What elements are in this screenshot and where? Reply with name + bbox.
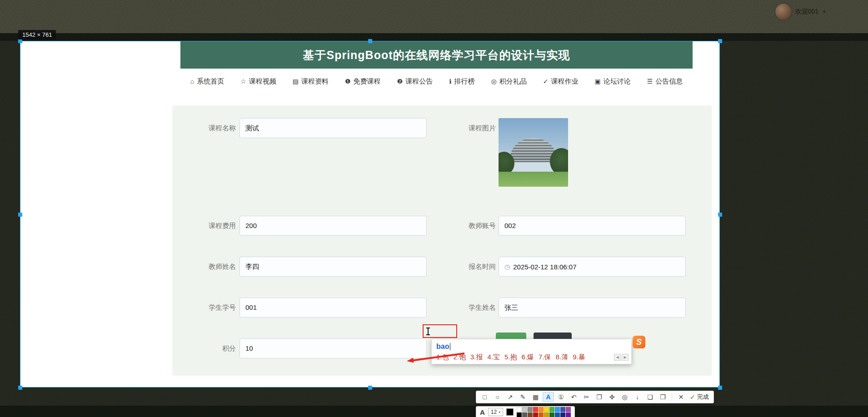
copy-icon[interactable]: ❐ bbox=[594, 392, 605, 402]
chevron-down-icon[interactable]: ▼ bbox=[822, 10, 826, 14]
palette-color[interactable] bbox=[555, 412, 560, 417]
ellipse-tool-icon[interactable]: ○ bbox=[492, 392, 503, 402]
student-name-label: 学生姓名 bbox=[441, 298, 496, 318]
nav-item-icon: ▤ bbox=[293, 78, 299, 85]
avatar bbox=[775, 4, 792, 20]
ime-candidate[interactable]: 6.爆 bbox=[522, 353, 534, 362]
palette-row-2 bbox=[517, 412, 571, 417]
nav-item-label: 免费课程 bbox=[354, 77, 381, 86]
ime-candidate[interactable]: 8.薄 bbox=[556, 353, 569, 362]
palette-color[interactable] bbox=[517, 407, 522, 412]
selection-handle-top-right[interactable] bbox=[718, 39, 722, 43]
user-chip[interactable]: 欢迎001 ▼ bbox=[775, 4, 826, 20]
clock-icon: ◷ bbox=[504, 263, 510, 270]
dim-divider-band bbox=[0, 33, 868, 41]
signup-time-input[interactable]: ◷ 2025-02-12 18:06:07 bbox=[499, 257, 686, 277]
course-image-label: 课程图片 bbox=[441, 118, 496, 138]
palette-color[interactable] bbox=[544, 412, 549, 417]
nav-item-notices[interactable]: ☰ 公告信息 bbox=[647, 77, 683, 86]
selection-handle-top-left[interactable] bbox=[18, 39, 22, 43]
mosaic-tool-icon[interactable]: ▦ bbox=[530, 392, 541, 402]
palette-color[interactable] bbox=[533, 412, 538, 417]
selection-handle-bottom-right[interactable] bbox=[718, 386, 722, 390]
palette-color[interactable] bbox=[522, 412, 527, 417]
ime-candidate[interactable]: 4.宝 bbox=[488, 353, 500, 362]
palette-color[interactable] bbox=[539, 407, 544, 412]
teacher-account-input[interactable]: 002 bbox=[499, 216, 686, 236]
palette-color[interactable] bbox=[555, 407, 560, 412]
nav-item-icon: ⌂ bbox=[190, 78, 194, 85]
close-icon[interactable]: ✕ bbox=[675, 392, 687, 402]
cut-icon[interactable]: ✂ bbox=[581, 392, 592, 402]
nav-item-label: 积分礼品 bbox=[499, 77, 527, 86]
color-palette bbox=[517, 407, 571, 417]
palette-color[interactable] bbox=[549, 412, 554, 417]
student-name-input[interactable]: 张三 bbox=[499, 298, 686, 318]
palette-color[interactable] bbox=[560, 407, 565, 412]
nav-item-course-homework[interactable]: ✓ 课程作业 bbox=[543, 77, 579, 86]
course-fee-input[interactable]: 200 bbox=[239, 216, 427, 236]
nav-item-ranking[interactable]: ℹ 排行榜 bbox=[449, 77, 474, 86]
nav-item-icon: ❶ bbox=[345, 78, 351, 85]
nav-item-label: 论坛讨论 bbox=[604, 77, 631, 86]
text-tool-icon[interactable]: A bbox=[543, 392, 554, 402]
sogou-ime-logo[interactable]: S bbox=[633, 336, 645, 348]
palette-color[interactable] bbox=[566, 412, 571, 417]
nav-item-free-courses[interactable]: ❶ 免费课程 bbox=[345, 77, 381, 86]
palette-color[interactable] bbox=[533, 407, 538, 412]
pin-icon[interactable]: ✜ bbox=[606, 392, 618, 402]
nav-item-points-gifts[interactable]: ◎ 积分礼品 bbox=[491, 77, 526, 86]
check-icon: ✓ bbox=[690, 393, 695, 401]
ime-candidate[interactable]: 5.抱 bbox=[504, 353, 517, 362]
palette-color[interactable] bbox=[539, 412, 544, 417]
nav-item-label: 系统首页 bbox=[197, 77, 224, 86]
palette-color[interactable] bbox=[544, 407, 549, 412]
palette-color[interactable] bbox=[517, 412, 522, 417]
undo-icon[interactable]: ↶ bbox=[568, 392, 579, 402]
record-icon[interactable]: ◎ bbox=[619, 392, 630, 402]
arrow-tool-icon[interactable]: ↗ bbox=[504, 392, 516, 402]
selection-handle-bottom-middle[interactable] bbox=[368, 386, 372, 390]
clipboard-icon[interactable]: ❒ bbox=[657, 392, 668, 402]
nav-item-course-announcements[interactable]: ❷ 课程公告 bbox=[397, 77, 433, 86]
palette-color[interactable] bbox=[549, 407, 554, 412]
font-size-select[interactable]: 12 ▾ bbox=[488, 408, 503, 416]
step-number-tool-icon[interactable]: ① bbox=[555, 392, 567, 402]
ime-candidate[interactable]: 9.暴 bbox=[573, 353, 585, 362]
rectangle-tool-icon[interactable]: □ bbox=[479, 392, 490, 402]
points-label: 积分 bbox=[181, 338, 236, 358]
pen-tool-icon[interactable]: ✎ bbox=[517, 392, 529, 402]
ime-prev-page-button[interactable]: ◀ bbox=[614, 354, 621, 361]
nav-item-icon: ✓ bbox=[543, 78, 549, 85]
welcome-text: 欢迎001 bbox=[795, 8, 818, 16]
palette-color[interactable] bbox=[560, 412, 565, 417]
course-name-input[interactable]: 测试 bbox=[239, 118, 427, 138]
page-title: 基于SpringBoot的在线网络学习平台的设计与实现 bbox=[180, 41, 693, 69]
palette-color[interactable] bbox=[566, 407, 571, 412]
nav-item-forum[interactable]: ▣ 论坛讨论 bbox=[594, 77, 630, 86]
done-button[interactable]: ✓ 完成 bbox=[688, 393, 711, 401]
nav-item-course-materials[interactable]: ▤ 课程资料 bbox=[293, 77, 329, 86]
palette-color[interactable] bbox=[528, 412, 533, 417]
palette-color[interactable] bbox=[528, 407, 533, 412]
teacher-name-input[interactable]: 李四 bbox=[239, 257, 427, 277]
download-icon[interactable]: ↓ bbox=[632, 392, 643, 402]
nav-item-course-videos[interactable]: ☆ 课程视频 bbox=[240, 77, 276, 86]
capture-selection[interactable]: 基于SpringBoot的在线网络学习平台的设计与实现 ⌂ 系统首页 ☆ 课程视… bbox=[20, 41, 720, 387]
nav-item-label: 排行榜 bbox=[454, 77, 474, 86]
selection-handle-top-middle[interactable] bbox=[368, 39, 372, 43]
save-icon[interactable]: ❏ bbox=[644, 392, 656, 402]
palette-row-1 bbox=[517, 407, 571, 412]
nav-item-icon: ☰ bbox=[647, 78, 653, 85]
student-id-input[interactable]: 001 bbox=[239, 298, 427, 318]
ime-candidate[interactable]: 3.报 bbox=[470, 353, 483, 362]
selection-handle-right-middle[interactable] bbox=[718, 213, 722, 217]
ime-candidate[interactable]: 7.保 bbox=[539, 353, 551, 362]
palette-color[interactable] bbox=[522, 407, 527, 412]
selection-handle-bottom-left[interactable] bbox=[18, 386, 22, 390]
current-color-swatch[interactable] bbox=[506, 408, 514, 416]
course-image[interactable] bbox=[499, 118, 568, 187]
selection-handle-left-middle[interactable] bbox=[18, 213, 22, 217]
ime-next-page-button[interactable]: ▶ bbox=[622, 354, 629, 361]
nav-item-home[interactable]: ⌂ 系统首页 bbox=[190, 77, 224, 86]
